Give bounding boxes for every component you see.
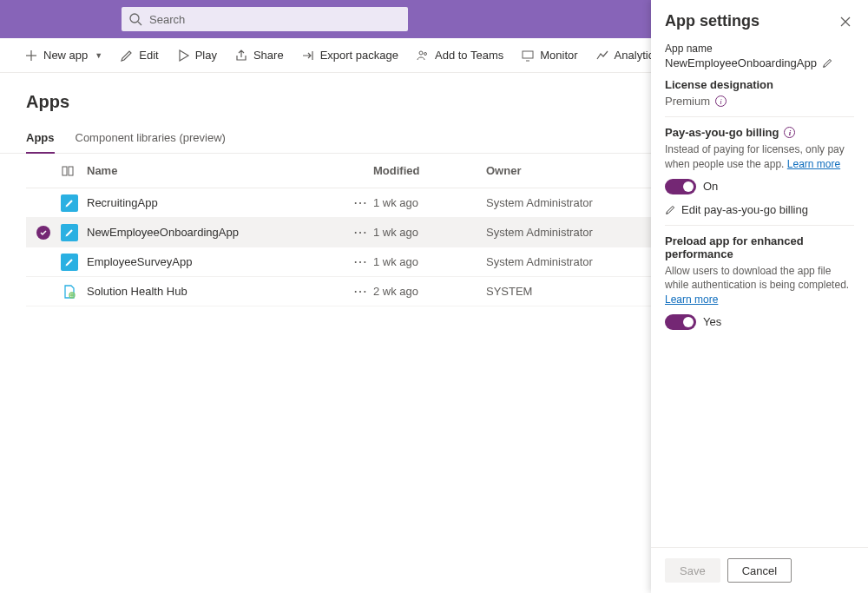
panel-title: App settings [665,12,760,30]
analytics-icon [595,49,609,63]
svg-line-1 [138,22,141,25]
preload-toggle[interactable] [665,314,696,330]
plus-icon [24,49,38,63]
share-label: Share [253,49,284,62]
export-button[interactable]: Export package [294,45,405,66]
app-name-cell[interactable]: RecruitingApp [87,196,347,209]
svg-marker-7 [180,50,188,61]
edit-name-icon[interactable] [822,57,833,69]
owner-cell: System Administrator [486,226,642,239]
new-app-button[interactable]: New app ▼ [17,45,109,66]
search-input[interactable] [122,7,408,31]
svg-point-8 [419,51,423,55]
payg-toggle-label: On [703,180,718,193]
payg-title-row: Pay-as-you-go billing i [665,126,854,139]
edit-payg-label: Edit pay-as-you-go billing [681,203,808,216]
new-app-label: New app [43,49,88,62]
svg-rect-10 [523,51,533,58]
tab-apps[interactable]: Apps [26,124,55,153]
edit-label: Edit [139,49,158,62]
app-icon [61,254,87,271]
license-label: License designation [665,78,854,91]
teams-icon [416,49,430,63]
save-button: Save [665,558,720,583]
learn-more-link[interactable]: Learn more [665,293,718,306]
modified-cell: 1 wk ago [373,226,486,239]
divider [665,225,854,226]
app-name-label: App name [665,43,854,55]
modified-cell: 1 wk ago [373,255,486,268]
chevron-down-icon: ▼ [95,51,102,60]
export-label: Export package [320,49,398,62]
edit-payg-link[interactable]: Edit pay-as-you-go billing [665,203,854,216]
more-actions-button[interactable]: ⋯ [347,224,373,240]
play-label: Play [195,49,217,62]
preload-toggle-label: Yes [703,315,721,328]
column-modified[interactable]: Modified [373,164,486,177]
panel-body: App name NewEmployeeOnboardingApp Licens… [651,37,868,547]
teams-button[interactable]: Add to Teams [409,45,510,66]
payg-toggle[interactable] [665,179,696,194]
license-value-row: Premium i [665,95,854,108]
app-icon [61,224,87,241]
info-icon[interactable]: i [784,127,795,138]
app-icon [61,283,87,300]
preload-title: Preload app for enhanced performance [665,234,854,260]
owner-cell: System Administrator [486,255,642,268]
monitor-icon [521,49,535,63]
close-button[interactable] [837,13,854,30]
panel-header: App settings [651,0,868,37]
view-icon[interactable] [61,164,87,178]
payg-description: Instead of paying for licenses, only pay… [665,142,854,172]
monitor-button[interactable]: Monitor [514,45,584,66]
tab-component-libraries[interactable]: Component libraries (preview) [76,124,226,153]
checkmark-icon [36,226,50,240]
row-select-cell[interactable] [26,226,61,240]
search-icon [128,12,142,26]
payg-title: Pay-as-you-go billing [665,126,779,139]
monitor-label: Monitor [540,49,577,62]
app-icon [61,194,87,212]
more-actions-button[interactable]: ⋯ [347,283,373,300]
preload-description: Allow users to download the app file whi… [665,264,854,307]
panel-footer: Save Cancel [651,547,868,593]
export-icon [301,49,315,63]
search-wrap [122,7,408,31]
settings-panel: App settings App name NewEmployeeOnboard… [651,0,868,593]
share-button[interactable]: Share [227,45,291,66]
learn-more-link[interactable]: Learn more [787,158,840,170]
edit-button[interactable]: Edit [113,45,165,66]
info-icon[interactable]: i [715,96,727,107]
modified-cell: 1 wk ago [373,196,486,209]
license-value: Premium [665,95,710,108]
more-actions-button[interactable]: ⋯ [347,194,373,211]
pencil-icon [120,49,134,63]
payg-toggle-row: On [665,179,854,194]
play-button[interactable]: Play [169,45,224,66]
svg-point-0 [130,14,139,23]
share-icon [234,49,248,63]
play-icon [176,49,190,63]
modified-cell: 2 wk ago [373,285,486,298]
pencil-icon [665,204,676,215]
owner-cell: System Administrator [486,196,642,209]
column-name[interactable]: Name [87,164,347,177]
svg-point-9 [424,52,426,55]
app-name-cell[interactable]: NewEmployeeOnboardingApp [87,226,347,239]
app-name-row: NewEmployeeOnboardingApp [665,56,854,69]
owner-cell: SYSTEM [486,285,642,298]
svg-rect-14 [69,167,73,175]
column-owner[interactable]: Owner [486,164,642,177]
app-name-cell[interactable]: Solution Health Hub [87,285,347,298]
app-name-value: NewEmployeeOnboardingApp [665,56,817,69]
svg-rect-13 [62,167,67,175]
preload-toggle-row: Yes [665,314,854,330]
cancel-button[interactable]: Cancel [727,558,792,583]
divider [665,116,854,117]
more-actions-button[interactable]: ⋯ [347,254,373,270]
app-name-cell[interactable]: EmployeeSurveyApp [87,255,347,268]
teams-label: Add to Teams [435,49,503,62]
